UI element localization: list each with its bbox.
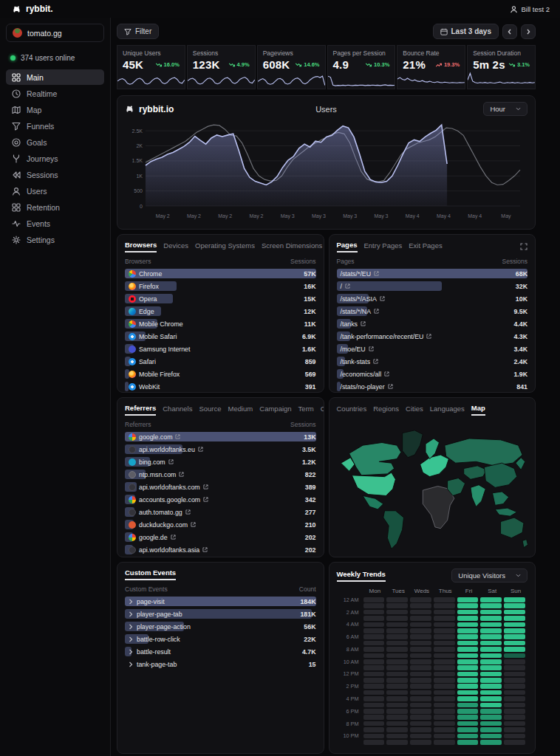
list-item[interactable]: player-page-tab181K	[125, 609, 316, 619]
heatmap-cell[interactable]	[457, 703, 479, 708]
heatmap-cell[interactable]	[434, 628, 455, 633]
list-item[interactable]: Samsung Internet1.6K	[125, 344, 316, 354]
heatmap-cell[interactable]	[386, 597, 408, 602]
stat-card-session-duration[interactable]: Session Duration5m 2s3.1%	[467, 45, 536, 89]
heatmap-cell[interactable]	[457, 647, 479, 652]
list-item[interactable]: Mobile Firefox569	[125, 369, 316, 379]
tab-source[interactable]: Source	[199, 405, 221, 415]
tab-pages[interactable]: Pages	[337, 241, 358, 252]
heatmap-cell[interactable]	[363, 610, 385, 615]
heatmap-cell[interactable]	[410, 703, 431, 708]
heatmap-cell[interactable]	[480, 616, 502, 621]
heatmap-cell[interactable]	[363, 597, 385, 602]
heatmap-cell[interactable]	[386, 703, 408, 708]
heatmap-cell[interactable]	[410, 709, 431, 714]
heatmap-cell[interactable]	[386, 690, 408, 695]
heatmap-cell[interactable]	[480, 672, 502, 677]
tab-operating-systems[interactable]: Operating Systems	[195, 241, 255, 252]
heatmap-cell[interactable]	[480, 665, 502, 670]
heatmap-cell[interactable]	[434, 727, 455, 732]
list-item[interactable]: auth.tomato.gg277	[125, 507, 316, 517]
heatmap-cell[interactable]	[457, 684, 479, 689]
tab-browsers[interactable]: Browsers	[125, 241, 157, 252]
sidebar-item-main[interactable]: Main	[6, 69, 104, 85]
weekly-metric-select[interactable]: Unique Visitors	[451, 568, 527, 583]
heatmap-cell[interactable]	[504, 709, 525, 714]
weekly-heatmap[interactable]: 12 AM2 AM4 AM6 AM8 AM10 AM12 PM2 PM4 PM6…	[337, 597, 528, 745]
heatmap-cell[interactable]	[363, 647, 385, 652]
heatmap-cell[interactable]	[363, 622, 385, 628]
heatmap-cell[interactable]	[410, 678, 431, 683]
heatmap-cell[interactable]	[504, 641, 525, 646]
list-item[interactable]: api.worldoftanks.com389	[125, 482, 316, 492]
filter-button[interactable]: Filter	[117, 24, 159, 39]
heatmap-cell[interactable]	[363, 727, 385, 732]
list-item[interactable]: accounts.google.com342	[125, 495, 316, 504]
heatmap-cell[interactable]	[434, 603, 455, 608]
list-item[interactable]: google.de202	[125, 532, 316, 542]
heatmap-cell[interactable]	[504, 703, 525, 708]
tab-exit-pages[interactable]: Exit Pages	[409, 241, 442, 252]
list-item[interactable]: google.com13K	[125, 432, 316, 441]
heatmap-cell[interactable]	[504, 690, 525, 695]
heatmap-cell[interactable]	[480, 715, 502, 720]
heatmap-cell[interactable]	[480, 641, 502, 646]
heatmap-cell[interactable]	[457, 734, 479, 739]
heatmap-cell[interactable]	[504, 684, 525, 689]
app-logo[interactable]: rybbit.	[12, 4, 53, 14]
heatmap-cell[interactable]	[363, 709, 385, 714]
list-item[interactable]: page-visit184K	[125, 597, 316, 606]
heatmap-cell[interactable]	[504, 740, 525, 745]
heatmap-cell[interactable]	[363, 665, 385, 670]
tab-channels[interactable]: Channels	[163, 405, 192, 415]
heatmap-cell[interactable]	[386, 653, 408, 659]
heatmap-cell[interactable]	[363, 653, 385, 659]
heatmap-cell[interactable]	[410, 653, 431, 659]
heatmap-cell[interactable]	[386, 616, 408, 621]
list-item[interactable]: /stats/no-player841	[337, 382, 528, 391]
heatmap-cell[interactable]	[504, 727, 525, 732]
heatmap-cell[interactable]	[386, 641, 408, 646]
sidebar-item-events[interactable]: Events	[6, 216, 104, 231]
list-item[interactable]: /tank-performance/recent/EU4.3K	[337, 331, 528, 341]
heatmap-cell[interactable]	[457, 603, 479, 608]
list-item[interactable]: /economics/all1.9K	[337, 369, 528, 379]
heatmap-cell[interactable]	[434, 672, 455, 677]
tab-term[interactable]: Term	[298, 405, 314, 415]
heatmap-cell[interactable]	[457, 709, 479, 714]
heatmap-cell[interactable]	[504, 610, 525, 615]
heatmap-cell[interactable]	[480, 634, 502, 639]
tab-content[interactable]: Content	[321, 405, 324, 415]
heatmap-cell[interactable]	[410, 597, 431, 602]
heatmap-cell[interactable]	[410, 696, 431, 701]
list-item[interactable]: ntp.msn.com822	[125, 470, 316, 479]
heatmap-cell[interactable]	[457, 721, 479, 726]
heatmap-cell[interactable]	[480, 709, 502, 714]
heatmap-cell[interactable]	[457, 622, 479, 628]
list-item[interactable]: tank-page-tab15	[125, 659, 316, 669]
heatmap-cell[interactable]	[434, 653, 455, 659]
stat-card-pages-per-session[interactable]: Pages per Session4.910.3%	[327, 45, 396, 89]
heatmap-cell[interactable]	[410, 622, 431, 628]
tab-weekly-trends[interactable]: Weekly Trends	[337, 570, 386, 582]
list-item[interactable]: battle-result4.7K	[125, 647, 316, 656]
heatmap-cell[interactable]	[410, 721, 431, 726]
heatmap-cell[interactable]	[363, 641, 385, 646]
list-item[interactable]: Edge12K	[125, 306, 316, 316]
heatmap-cell[interactable]	[363, 603, 385, 608]
heatmap-cell[interactable]	[410, 659, 431, 664]
heatmap-cell[interactable]	[386, 696, 408, 701]
heatmap-cell[interactable]	[434, 690, 455, 695]
tab-map[interactable]: Map	[471, 404, 485, 416]
tab-languages[interactable]: Languages	[430, 405, 465, 415]
heatmap-cell[interactable]	[457, 641, 479, 646]
heatmap-cell[interactable]	[504, 734, 525, 739]
heatmap-cell[interactable]	[386, 715, 408, 720]
heatmap-cell[interactable]	[480, 597, 502, 602]
heatmap-cell[interactable]	[434, 709, 455, 714]
tab-campaign[interactable]: Campaign	[259, 405, 291, 415]
list-item[interactable]: player-page-action56K	[125, 622, 316, 631]
heatmap-cell[interactable]	[504, 721, 525, 726]
heatmap-cell[interactable]	[504, 647, 525, 652]
heatmap-cell[interactable]	[434, 659, 455, 664]
